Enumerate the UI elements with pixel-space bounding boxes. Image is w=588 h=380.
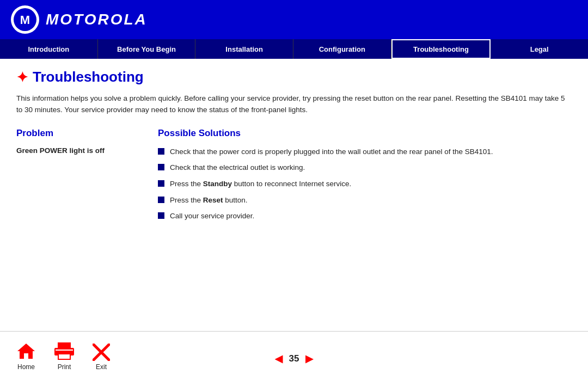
print-icon bbox=[52, 341, 76, 361]
svg-rect-6 bbox=[59, 354, 70, 359]
home-label: Home bbox=[17, 363, 35, 371]
motorola-m-icon: M bbox=[13, 8, 37, 32]
header: M MOTOROLA bbox=[0, 0, 588, 39]
logo-area: M MOTOROLA bbox=[11, 5, 148, 34]
print-label: Print bbox=[58, 363, 71, 371]
solution-text: Check that the power cord is properly pl… bbox=[170, 146, 493, 157]
main-content: ✦ Troubleshooting This information helps… bbox=[0, 59, 588, 331]
list-item: Press the Standby button to reconnect In… bbox=[158, 179, 572, 189]
bullet-icon bbox=[158, 164, 164, 170]
nav-legal[interactable]: Legal bbox=[491, 39, 588, 59]
page-number: 35 bbox=[289, 353, 299, 364]
navbar: Introduction Before You Begin Installati… bbox=[0, 39, 588, 59]
bullet-icon bbox=[158, 180, 164, 187]
bullet-icon bbox=[158, 148, 164, 155]
footer-nav-icons: Home Print Exit bbox=[16, 341, 110, 371]
motorola-brand-name: MOTOROLA bbox=[46, 11, 148, 28]
svg-rect-7 bbox=[56, 350, 73, 351]
solution-text: Press the Reset button. bbox=[170, 195, 248, 206]
bullet-icon bbox=[158, 197, 164, 203]
page-number-area: ◀ 35 ▶ bbox=[275, 353, 314, 365]
exit-label: Exit bbox=[96, 363, 107, 371]
prev-page-button[interactable]: ◀ bbox=[275, 353, 283, 365]
footer: Home Print Exit bbox=[0, 331, 588, 380]
nav-before-you-begin[interactable]: Before You Begin bbox=[98, 39, 196, 59]
solutions-col-header: Possible Solutions bbox=[158, 128, 572, 139]
problem-col-header: Problem bbox=[16, 128, 147, 139]
bullet-icon bbox=[158, 212, 164, 219]
list-item: Check that the power cord is properly pl… bbox=[158, 146, 572, 157]
svg-text:M: M bbox=[20, 13, 30, 27]
home-button[interactable]: Home bbox=[16, 341, 36, 371]
nav-introduction[interactable]: Introduction bbox=[0, 39, 98, 59]
solutions-list: Check that the power cord is properly pl… bbox=[158, 146, 572, 222]
solutions-column: Possible Solutions Check that the power … bbox=[158, 128, 572, 227]
next-page-button[interactable]: ▶ bbox=[305, 353, 313, 365]
home-icon bbox=[16, 341, 36, 361]
svg-marker-2 bbox=[17, 344, 35, 359]
exit-icon bbox=[93, 344, 110, 361]
page-title: Troubleshooting bbox=[33, 69, 144, 85]
two-column-layout: Problem Green POWER light is off Possibl… bbox=[16, 128, 572, 227]
print-button[interactable]: Print bbox=[52, 341, 76, 371]
page-title-area: ✦ Troubleshooting bbox=[16, 69, 572, 85]
list-item: Press the Reset button. bbox=[158, 195, 572, 206]
red-cross-icon: ✦ bbox=[16, 70, 28, 84]
list-item: Call your service provider. bbox=[158, 211, 572, 222]
intro-paragraph: This information helps you solve a probl… bbox=[16, 93, 566, 116]
motorola-logo-circle: M bbox=[11, 5, 39, 34]
nav-configuration[interactable]: Configuration bbox=[293, 39, 391, 59]
solution-text: Press the Standby button to reconnect In… bbox=[170, 179, 351, 189]
problem-column: Problem Green POWER light is off bbox=[16, 128, 158, 227]
nav-installation[interactable]: Installation bbox=[195, 39, 293, 59]
list-item: Check that the electrical outlet is work… bbox=[158, 162, 572, 173]
solution-text: Check that the electrical outlet is work… bbox=[170, 162, 305, 173]
solution-text: Call your service provider. bbox=[170, 211, 254, 222]
nav-troubleshooting[interactable]: Troubleshooting bbox=[391, 39, 491, 59]
exit-button[interactable]: Exit bbox=[93, 344, 110, 371]
problem-item: Green POWER light is off bbox=[16, 146, 147, 155]
